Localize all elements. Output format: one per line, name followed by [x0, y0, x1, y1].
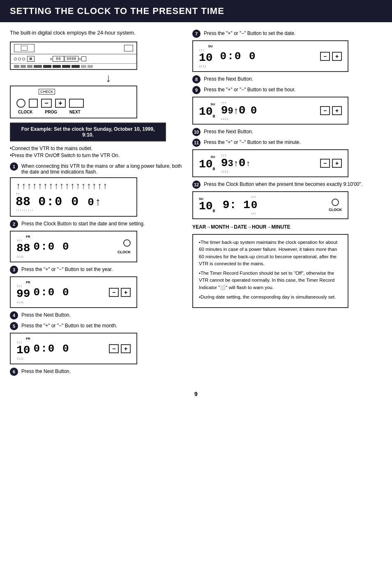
step5-plus[interactable]: + — [121, 344, 131, 353]
step-11-row: 11 Press the "+" or "−" Button to set th… — [192, 139, 382, 147]
step5-btns: − + — [109, 344, 131, 353]
left-column: The built-in digital clock employs the 2… — [10, 30, 182, 378]
step-9-num: 9 — [192, 86, 201, 94]
step1-display: ↑↑↑↑↑↑↑↑↑↑↑↑↑↑↑↑↑ ↑↑ 88 ↓↓↓↓↓↓↓↓↓ 0:0 0 … — [10, 177, 137, 217]
step-3-row: 3 Press the "+" or "−" Button to set the… — [10, 266, 182, 274]
clock-label: CLOCK — [18, 110, 33, 114]
ctrl-circle — [16, 99, 25, 108]
step-2-text: Press the Clock Button to start the date… — [21, 220, 182, 227]
check-label: CHECK — [39, 89, 55, 95]
step-6-num: 6 — [10, 368, 18, 376]
next-label: NEXT — [69, 110, 81, 114]
note-3: •During date setting, the corresponding … — [199, 294, 342, 301]
notes-box: •The timer back-up system maintains the … — [192, 234, 348, 308]
step7-display: SU ↑↑↑ 10 ↓↓↓↓ 0:0 0 − + — [192, 40, 348, 72]
note-2: •The Timer Record Function should be set… — [199, 270, 342, 291]
step11-minus[interactable]: − — [320, 159, 330, 168]
step-2-num: 2 — [10, 220, 18, 228]
prog-label: PROG — [45, 110, 57, 114]
step-4-text: Press the Next Button. — [21, 311, 182, 318]
step-9-text: Press the "+" or "−" Button to set the h… — [204, 86, 382, 93]
step9-minus[interactable]: − — [320, 106, 330, 115]
step-12-row: 12 Press the Clock Button when the prese… — [192, 181, 382, 189]
step3-btns: − + — [109, 288, 131, 297]
vtr-diagram: B 00 0000 — [10, 42, 137, 70]
order-text: YEAR→MONTH→DATE→HOUR→MINUTE — [192, 224, 382, 230]
step11-display: SU 100 ↑↑↑ 93↑0↑ ↓↓↓↓ − — [192, 149, 348, 177]
step5-display: FR ↑↑↑ 10 ↓↓↓↓ 0:0 0 − + — [10, 333, 137, 364]
step-10-row: 10 Press the Next Button. — [192, 128, 382, 136]
step-6-row: 6 Press the Next Button. — [10, 368, 182, 376]
step12-circle — [332, 199, 339, 206]
step-10-text: Press the Next Button. — [204, 128, 382, 134]
step12-clock-label: CLOCK — [329, 208, 342, 212]
step9-display: SU 100 ↑↑↑ 99↑0 ↓↓↓↓ 0 — [192, 97, 348, 125]
step-3-text: Press the "+" or "−" Button to set the y… — [21, 266, 182, 272]
step-6-text: Press the Next Button. — [21, 368, 182, 374]
step-12-text: Press the Clock Button when the present … — [204, 181, 382, 187]
step2-clock-label: CLOCK — [118, 250, 131, 254]
step-11-text: Press the "+" or "−" Button to set the m… — [204, 139, 382, 145]
step11-btns: − + — [320, 159, 342, 168]
step-7-num: 7 — [192, 30, 201, 38]
ctrl-rect — [29, 99, 38, 108]
step-11-num: 11 — [192, 139, 201, 147]
step-8-text: Press the Next Button. — [204, 75, 382, 82]
intro-text: The built-in digital clock employs the 2… — [10, 30, 182, 36]
step9-btns: − + — [320, 106, 342, 115]
step2-display: FR ↑↑↑ 88 ↓↓↓↓ 0:0 0 — [10, 231, 137, 262]
example-box: For Example: Set the clock for Sunday, O… — [10, 123, 166, 141]
bullet-2: •Press the VTR On/Off Switch to turn the… — [10, 153, 182, 158]
step-5-num: 5 — [10, 322, 18, 330]
step11-plus[interactable]: + — [332, 159, 342, 168]
step-1-text: When connecting this VTR to the mains or… — [21, 162, 182, 175]
step3-plus[interactable]: + — [121, 288, 131, 297]
step-12-num: 12 — [192, 181, 201, 189]
bullet-section: •Connect the VTR to the mains outlet. •P… — [10, 146, 182, 158]
ctrl-minus: − — [41, 99, 52, 108]
bullet-1: •Connect the VTR to the mains outlet. — [10, 146, 182, 151]
step7-btns: − + — [320, 52, 342, 61]
step-4-row: 4 Press the Next Button. — [10, 311, 182, 320]
page-title: SETTING THE CLOCK TO THE PRESENT TIME — [0, 0, 392, 22]
step-4-num: 4 — [10, 311, 18, 320]
step7-minus[interactable]: − — [320, 52, 330, 61]
step5-minus[interactable]: − — [109, 344, 119, 353]
step-8-row: 8 Press the Next Button. — [192, 75, 382, 83]
ctrl-plus: + — [55, 99, 66, 108]
note-1: •The timer back-up system maintains the … — [199, 239, 342, 267]
step-9-row: 9 Press the "+" or "−" Button to set the… — [192, 86, 382, 94]
step-5-row: 5 Press the "+" or "−" Button to set the… — [10, 322, 182, 330]
step12-display: SU 100 9: 1 ↑↑↑ 0 ↓↓↓ CLOCK — [192, 191, 348, 219]
control-panel: CHECK − + CLOCK PROG NEXT — [10, 86, 137, 118]
step-7-text: Press the "+" or "−" Button to set the d… — [204, 30, 382, 36]
step3-minus[interactable]: − — [109, 288, 119, 297]
step-5-text: Press the "+" or "−" Button to set the m… — [21, 322, 182, 329]
step7-plus[interactable]: + — [332, 52, 342, 61]
arrow-down: ↓ — [35, 72, 182, 84]
step-1-row: 1 When connecting this VTR to the mains … — [10, 162, 182, 175]
step9-plus[interactable]: + — [332, 106, 342, 115]
step-2-row: 2 Press the Clock Button to start the da… — [10, 220, 182, 228]
step-1-num: 1 — [10, 162, 18, 171]
ctrl-big-rect — [69, 99, 84, 108]
step2-circle — [123, 239, 131, 247]
right-column: 7 Press the "+" or "−" Button to set the… — [192, 30, 382, 378]
step2-fr-label: FR — [16, 235, 30, 239]
step-8-num: 8 — [192, 75, 201, 83]
step-3-num: 3 — [10, 266, 18, 274]
step-10-num: 10 — [192, 128, 201, 136]
step-7-row: 7 Press the "+" or "−" Button to set the… — [192, 30, 382, 38]
step3-display: FR ↑↑↑ 99 ↓↓↓↓ 0:0 0 − + — [10, 276, 137, 308]
page-number: 9 — [0, 391, 392, 397]
